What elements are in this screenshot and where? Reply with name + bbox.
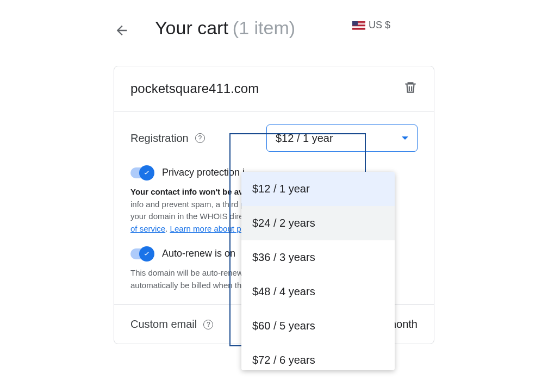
terms-link[interactable]: of service <box>130 224 165 233</box>
dropdown-option[interactable]: $12 / 1 year <box>241 172 395 206</box>
custom-email-left: Custom email ? <box>130 318 213 331</box>
privacy-toggle[interactable] <box>130 167 152 178</box>
autorenew-desc-line1: This domain will be auto-renewe <box>130 268 247 277</box>
autorenew-desc-line2: automatically be billed when the <box>130 281 246 290</box>
registration-select[interactable]: $12 / 1 year <box>266 125 418 152</box>
dropdown-option[interactable]: $36 / 3 years <box>241 240 395 275</box>
privacy-desc-line1: info and prevent spam, a third pa <box>130 200 250 209</box>
privacy-desc-strong: Your contact info won't be availa <box>130 187 257 196</box>
registration-dropdown: $12 / 1 year $24 / 2 years $36 / 3 years… <box>241 172 395 370</box>
domain-row: pocketsquare411.com <box>114 66 434 111</box>
autorenew-toggle[interactable] <box>130 248 152 259</box>
dropdown-option[interactable]: $72 / 6 years <box>241 343 395 370</box>
link-separator: . <box>165 224 170 233</box>
page-header: Your cart (1 item) US $ <box>0 0 548 39</box>
registration-select-value: $12 / 1 year <box>276 132 333 145</box>
currency-label: US $ <box>369 20 390 31</box>
custom-email-label: Custom email <box>130 318 197 331</box>
dropdown-scroll[interactable]: $12 / 1 year $24 / 2 years $36 / 3 years… <box>241 172 395 370</box>
page-title: Your cart <box>155 17 228 39</box>
cart-item-count: (1 item) <box>233 17 295 39</box>
dropdown-option[interactable]: $24 / 2 years <box>241 206 395 240</box>
registration-row: Registration ? $12 / 1 year <box>130 125 418 152</box>
dropdown-option[interactable]: $60 / 5 years <box>241 309 395 343</box>
privacy-toggle-label: Privacy protection i <box>162 167 245 178</box>
currency-selector[interactable]: US $ <box>352 20 390 31</box>
toggle-knob <box>139 246 154 262</box>
registration-label: Registration <box>130 132 189 145</box>
help-icon[interactable]: ? <box>195 133 205 143</box>
autorenew-toggle-label: Auto-renew is on <box>162 248 235 259</box>
back-arrow-icon[interactable] <box>114 23 129 38</box>
page-title-wrap: Your cart (1 item) <box>155 17 295 39</box>
learn-more-link[interactable]: Learn more about priv <box>170 224 250 233</box>
chevron-down-icon <box>402 136 408 140</box>
us-flag-icon <box>352 21 365 30</box>
privacy-desc-line2: your domain in the WHOIS direct <box>130 211 250 221</box>
toggle-knob <box>139 165 154 181</box>
dropdown-option[interactable]: $48 / 4 years <box>241 275 395 309</box>
trash-icon[interactable] <box>403 80 418 97</box>
domain-name: pocketsquare411.com <box>130 81 259 96</box>
help-icon[interactable]: ? <box>203 320 213 329</box>
